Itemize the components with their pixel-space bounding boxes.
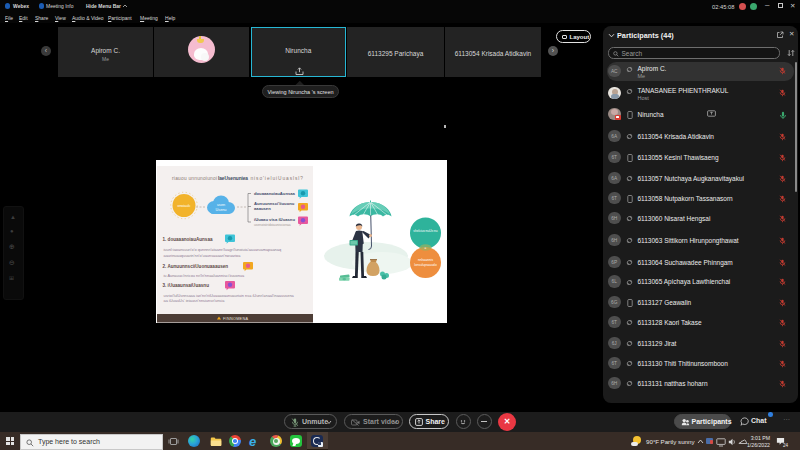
svg-text:usen: usen [217, 203, 225, 207]
svg-text:onoiaulc: onoiaulc [177, 204, 190, 208]
svg-text:aa iUuauUs' ieiausri'nnsiunsri: aa iUuauUs' ieiausri'nnsiunsri'unsia [164, 298, 226, 303]
svg-text:shelcius:nuUs:nu: shelcius:nuUs:nu [413, 229, 438, 233]
svg-text:nnlsaannis: nnlsaannis [418, 258, 434, 262]
svg-text:aaausen: aaausen [254, 206, 271, 211]
svg-text:usrioi'lulUsnnsaaa iari'nri'ri: usrioi'lulUsnnsaaa iari'nri'riiUuaaaoaun… [164, 293, 295, 298]
svg-text:usenoisiiridoiauniscionaa: usenoisiiridoiauniscionaa [254, 223, 291, 227]
svg-text:2. AunuunnsciiUuonuaaausen: 2. AunuunnsciiUuonuaaausen [163, 264, 229, 269]
svg-text:lonsulupsauudo: lonsulupsauudo [414, 263, 437, 267]
svg-text:iu Aunauuci'nricou nri'lri'nna: iu Aunauuci'nricou nri'lri'nnaaluannisci… [164, 273, 245, 278]
svg-text:niso'ieluiUuaslsl?: niso'ieluiUuaslsl? [251, 176, 304, 181]
svg-text:iUuaau visa iUuasnu: iUuaau visa iUuasnu [254, 217, 295, 222]
svg-text:FINNOMENA: FINNOMENA [223, 317, 248, 321]
svg-text:Aunuunnsci'iiuuonu: Aunuunnsci'iiuuonu [254, 201, 295, 206]
svg-text:iuunl:iaoansuuri'o'o qunnnri'a: iuunl:iaoansuuri'o'o qunnnri'ataanri'lua… [164, 247, 282, 252]
svg-text:3. iUuaaunsaiUuasnu: 3. iUuaaunsaiUuasnu [163, 283, 210, 288]
svg-text:=: = [425, 246, 427, 250]
svg-text:Usenu: Usenu [216, 208, 227, 212]
svg-text:laeUsenuniea: laeUsenuniea [218, 176, 248, 181]
svg-text:1. douaaanoiauAunsaa: 1. douaaanoiauAunsaa [163, 237, 213, 242]
svg-text:riauou unnunoiunoi: riauou unnunoiunoi [172, 176, 217, 181]
svg-text:aaurinuauquuarin'nri'o'uaunsaa: aaurinuauquuarin'nri'o'uaunsaaaari'nwuar… [164, 253, 242, 258]
svg-text:douaaanoiauAunsaa: douaaanoiauAunsaa [254, 191, 296, 196]
